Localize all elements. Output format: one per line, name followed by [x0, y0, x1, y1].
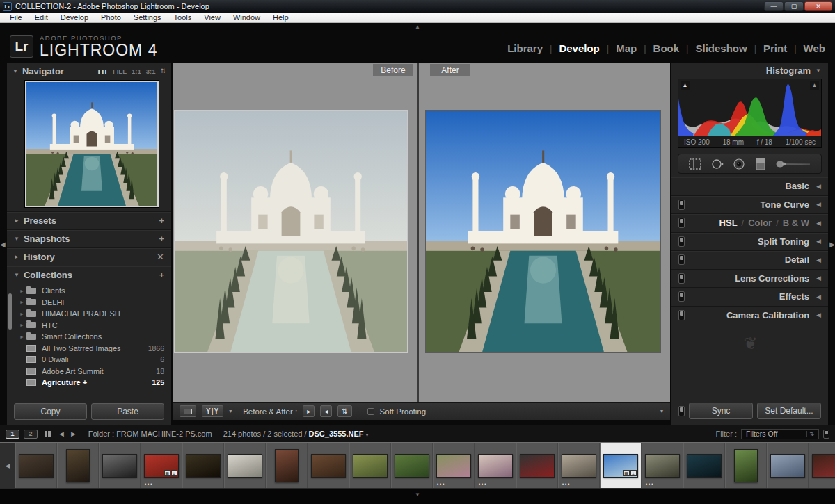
spot-removal-icon[interactable]: [710, 158, 724, 170]
module-tab-web[interactable]: Web: [804, 42, 825, 54]
filmstrip-thumbnail[interactable]: ▩±•••: [141, 443, 182, 488]
histogram-header[interactable]: Histogram ▼: [671, 63, 828, 79]
maximize-button[interactable]: ▢: [784, 1, 804, 11]
collection-item[interactable]: Adobe Art Summit18: [7, 366, 171, 377]
copy-before-to-after-button[interactable]: ▸: [303, 405, 315, 417]
before-photo[interactable]: [174, 110, 408, 353]
hsl-color-b-w-expand-icon[interactable]: ◀: [816, 220, 821, 227]
menu-photo[interactable]: Photo: [95, 13, 127, 22]
collection-item[interactable]: Agricuture +125: [7, 377, 171, 389]
split-toning-expand-icon[interactable]: ◀: [816, 238, 821, 245]
navigator-zoom-fit[interactable]: FIT: [98, 67, 108, 75]
left-panel-collapse-strip[interactable]: ◀: [0, 63, 7, 425]
filmstrip-thumbnail[interactable]: [516, 443, 558, 488]
paste-button[interactable]: Paste: [91, 403, 164, 420]
panel-header-history[interactable]: ►History✕: [7, 247, 171, 266]
filmstrip-thumbnail[interactable]: [767, 443, 809, 488]
graduated-filter-icon[interactable]: [754, 158, 767, 170]
panel-header-effects[interactable]: Effects◀: [671, 287, 828, 306]
collection-expand-icon[interactable]: ►: [19, 288, 26, 293]
close-button[interactable]: ✕: [804, 1, 832, 11]
collection-item[interactable]: All Two Satrred Images1866: [7, 343, 171, 355]
view-mode-dropdown-icon[interactable]: ▾: [229, 408, 232, 414]
highlight-clipping-indicator[interactable]: ▲: [810, 81, 819, 90]
filmstrip-thumbnail[interactable]: •••: [558, 443, 600, 488]
adjustment-brush-icon[interactable]: [775, 158, 811, 170]
second-window-button[interactable]: 2: [24, 430, 38, 439]
panel-header-hsl-color-b-w[interactable]: HSL/Color/B & W◀: [671, 213, 828, 232]
menu-view[interactable]: View: [198, 13, 226, 22]
filmstrip-thumbnail[interactable]: [15, 443, 57, 488]
collection-item[interactable]: ►Clients: [7, 285, 171, 297]
panel-header-snapshots[interactable]: ▼Snapshots+: [7, 229, 171, 247]
filmstrip-thumbnail[interactable]: [725, 443, 767, 488]
filmstrip-thumbnail[interactable]: [308, 443, 349, 488]
hsl-tab-color[interactable]: Color: [748, 218, 772, 228]
split-toning-enable-toggle[interactable]: [678, 236, 685, 247]
copy-button[interactable]: Copy: [14, 403, 87, 420]
collection-expand-icon[interactable]: ►: [19, 300, 26, 304]
collections-action-button[interactable]: +: [159, 270, 164, 280]
filmstrip-thumbnail[interactable]: [683, 443, 725, 488]
lens-corrections-enable-toggle[interactable]: [678, 273, 685, 284]
main-window-button[interactable]: 1: [6, 430, 19, 439]
copy-after-to-before-button[interactable]: ◂: [320, 405, 332, 417]
snapshots-action-button[interactable]: +: [159, 234, 164, 244]
grid-view-icon[interactable]: [45, 431, 51, 437]
filter-dropdown[interactable]: Filters Off ⇅: [741, 429, 819, 439]
module-tab-develop[interactable]: Develop: [559, 42, 599, 54]
collection-item[interactable]: ►Smart Collections: [7, 331, 171, 343]
collection-expand-icon[interactable]: ►: [19, 311, 26, 316]
filmstrip-thumbnail[interactable]: [182, 443, 224, 488]
panel-header-split-toning[interactable]: Split Toning◀: [671, 232, 828, 251]
effects-enable-toggle[interactable]: [678, 291, 685, 302]
filmstrip-status[interactable]: 214 photos / 2 selected / DSC_3555.NEF ▾: [223, 430, 369, 438]
tone-curve-expand-icon[interactable]: ◀: [816, 201, 821, 208]
right-panel-collapse-strip[interactable]: ▶: [828, 63, 835, 425]
left-panel-scrollbar[interactable]: [8, 293, 12, 330]
navigator-header[interactable]: ▼ Navigator FITFILL1:13:1⇅: [7, 63, 171, 79]
panel-header-camera-calibration[interactable]: Camera Calibration◀: [671, 306, 828, 325]
menu-tools[interactable]: Tools: [168, 13, 198, 22]
source-dropdown-icon[interactable]: ▾: [366, 432, 369, 438]
filmstrip-scroll-left[interactable]: ◀: [0, 443, 15, 488]
basic-expand-icon[interactable]: ◀: [816, 183, 821, 190]
collection-expand-icon[interactable]: ►: [19, 334, 26, 339]
module-tab-map[interactable]: Map: [616, 42, 637, 54]
toolbar-options-dropdown-icon[interactable]: ▾: [660, 408, 663, 414]
collections-disclosure-icon[interactable]: ▼: [14, 272, 19, 278]
navigator-zoom-1-1[interactable]: 1:1: [132, 67, 141, 75]
filmstrip-thumbnail[interactable]: [809, 443, 835, 488]
effects-expand-icon[interactable]: ◀: [816, 293, 821, 300]
navigator-zoom-3-1[interactable]: 3:1: [146, 67, 156, 75]
detail-enable-toggle[interactable]: [678, 254, 685, 265]
filmstrip-thumbnail[interactable]: [224, 443, 266, 488]
panel-header-basic[interactable]: Basic◀: [671, 177, 828, 195]
navigator-zoom-dropdown-icon[interactable]: ⇅: [160, 67, 166, 74]
crop-overlay-icon[interactable]: [688, 158, 702, 170]
history-action-button[interactable]: ✕: [157, 252, 164, 262]
panel-header-collections[interactable]: ▼Collections+: [7, 266, 171, 284]
after-photo[interactable]: [425, 110, 661, 353]
presets-action-button[interactable]: +: [159, 216, 164, 226]
panel-header-tone-curve[interactable]: Tone Curve◀: [671, 195, 828, 214]
module-tab-slideshow[interactable]: Slideshow: [695, 42, 747, 54]
filmstrip-thumbnail[interactable]: •••: [642, 443, 683, 488]
collapse-filmstrip-arrow[interactable]: ▼: [415, 491, 420, 498]
module-tab-library[interactable]: Library: [507, 42, 543, 54]
histogram-disclosure-icon[interactable]: ▼: [816, 67, 821, 74]
panel-header-detail[interactable]: Detail◀: [671, 250, 828, 269]
collection-item[interactable]: ►HIMACHAL PRADESH: [7, 308, 171, 320]
filmstrip-thumbnail[interactable]: [391, 443, 433, 488]
filmstrip-thumbnail[interactable]: [57, 443, 99, 488]
filmstrip-thumbnail[interactable]: [266, 443, 308, 488]
hsl-color-b-w-enable-toggle[interactable]: [678, 218, 685, 228]
minimize-button[interactable]: —: [764, 1, 784, 11]
detail-expand-icon[interactable]: ◀: [816, 257, 821, 263]
filter-toggle-switch[interactable]: [823, 430, 829, 439]
navigator-zoom-fill[interactable]: FILL: [113, 67, 127, 75]
camera-calibration-enable-toggle[interactable]: [678, 310, 685, 320]
filmstrip-thumbnail[interactable]: [349, 443, 391, 488]
menu-edit[interactable]: Edit: [29, 13, 54, 22]
shadow-clipping-indicator[interactable]: ▲: [681, 81, 690, 90]
